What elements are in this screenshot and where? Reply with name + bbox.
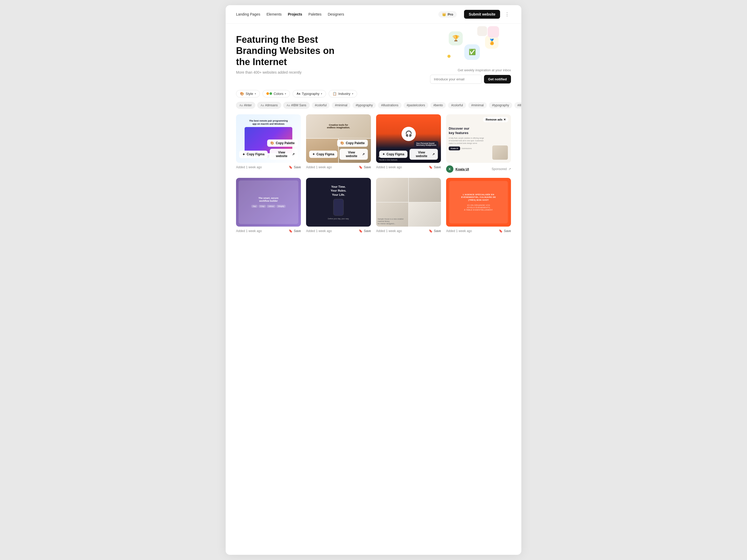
copy-figma-button[interactable]: ✦ Copy Figma (309, 151, 337, 158)
card-8-date: Added 1 week ago (446, 229, 472, 233)
typography-icon: Aa (297, 92, 300, 95)
external-link-icon: ↗ (432, 153, 435, 156)
card-actions: ✦ Copy Figma View website ↗ (379, 149, 438, 160)
style-filter[interactable]: 🎨 Style ▾ (236, 90, 260, 98)
font-tag-inter[interactable]: Aa #inter (236, 102, 255, 109)
hash-tag-minimal[interactable]: #minimal (332, 102, 351, 108)
card-8-footer: Added 1 week ago 🔖 Save (446, 226, 511, 233)
hash-tag-bento[interactable]: #bento (430, 102, 446, 108)
card-8-inner: L'AGENCE SPÉCIALISÉE ENÉVÉNEMENTIEL CULI… (449, 181, 508, 223)
sponsored-label: Sponsored ↗ (492, 167, 511, 171)
colors-filter[interactable]: Colors ▾ (262, 90, 290, 98)
copy-palette-button[interactable]: 🎨 Copy Palette (267, 139, 298, 147)
save-button[interactable]: 🔖 Save (359, 165, 371, 169)
card-5-thumbnail: The smart, secureworkflow builder Zap Cr… (236, 178, 301, 226)
view-website-button[interactable]: View website ↗ (410, 149, 438, 160)
get-notified-button[interactable]: Get notified (484, 75, 511, 83)
figma-icon: ✦ (382, 153, 385, 156)
save-button[interactable]: 🔖 Save (429, 165, 441, 169)
remove-ads-button[interactable]: Remove ads ✕ (483, 117, 508, 123)
more-options-button[interactable]: ⋮ (503, 10, 511, 19)
nav-designers[interactable]: Designers (328, 12, 344, 16)
bookmark-icon: 🔖 (289, 229, 292, 233)
card-6-thumbnail: Your Time.Your Rules.Your Life. Define y… (306, 178, 371, 226)
square-icon (488, 26, 499, 37)
navbar: Landing Pages Elements Projects Palettes… (226, 5, 521, 24)
card-2: Creative tools forendless imagination. 🎨… (306, 114, 371, 173)
card-5-date: Added 1 week ago (236, 229, 262, 233)
save-button[interactable]: 🔖 Save (289, 165, 301, 169)
sponsor-name[interactable]: Koala UI (456, 167, 469, 171)
nav-palettes[interactable]: Palettes (308, 12, 321, 16)
pro-button[interactable]: 👑 Pro (438, 11, 457, 18)
card-5-inner: The smart, secureworkflow builder Zap Cr… (239, 181, 298, 224)
card-7-date: Added 1 week ago (376, 229, 402, 233)
palette-icon: 🎨 (340, 141, 344, 145)
email-input[interactable] (430, 75, 482, 84)
card-6: Your Time.Your Rules.Your Life. Define y… (306, 178, 371, 233)
card-1-date: Added 1 week ago (236, 165, 262, 169)
filters-row: 🎨 Style ▾ Colors ▾ Aa Typography ▾ 📋 Ind… (226, 90, 521, 102)
industry-icon: 📋 (333, 92, 337, 96)
tags-row: Aa #inter Aa #dmsans Aa #IBM Sans #color… (226, 102, 521, 114)
external-link-icon: ↗ (292, 153, 295, 156)
hero-title: Featuring the Best Branding Websites on … (236, 34, 345, 68)
card-6-footer: Added 1 week ago 🔖 Save (306, 226, 371, 233)
figma-icon: ✦ (312, 153, 315, 156)
industry-filter[interactable]: 📋 Industry ▾ (329, 90, 357, 98)
card-8: L'AGENCE SPÉCIALISÉE ENÉVÉNEMENTIEL CULI… (446, 178, 511, 233)
chevron-down-icon: ▾ (352, 92, 353, 95)
verify-icon: ✅ (464, 44, 480, 60)
aa-prefix: Aa (287, 104, 290, 107)
bookmark-icon: 🔖 (429, 229, 433, 233)
hash-tag-typography[interactable]: #typography (353, 102, 376, 108)
view-website-button[interactable]: View website ↗ (270, 149, 298, 160)
hash-tag-pastel[interactable]: #pastelcolors (404, 102, 428, 108)
card-7-footer: Added 1 week ago 🔖 Save (376, 226, 441, 233)
hash-tag-typography-2[interactable]: #typography (489, 102, 512, 108)
card-4-footer: K Koala UI Sponsored ↗ (446, 163, 511, 173)
card-actions: ✦ Copy Figma View website ↗ (309, 149, 368, 160)
card-3-footer: Added 1 week ago 🔖 Save (376, 163, 441, 169)
font-tag-ibm[interactable]: Aa #IBM Sans (283, 102, 310, 109)
copy-palette-button[interactable]: 🎨 Copy Palette (337, 139, 368, 147)
nav-links: Landing Pages Elements Projects Palettes… (236, 12, 431, 17)
card-6-date: Added 1 week ago (306, 229, 332, 233)
close-icon: ✕ (504, 118, 506, 121)
hash-tag-colorful[interactable]: #colorful (312, 102, 330, 108)
cards-grid: The best remote pair programmingapp on m… (226, 114, 521, 243)
beige-square (477, 26, 487, 36)
card-7-thumbnail: Sample House is a new creative material … (376, 178, 441, 226)
card-2-footer: Added 1 week ago 🔖 Save (306, 163, 371, 169)
email-signup: Get weekly inspiration at your inbox Get… (430, 68, 511, 84)
hash-tag-more[interactable]: #illustratio... (514, 102, 521, 108)
nav-elements[interactable]: Elements (266, 12, 281, 16)
save-button[interactable]: 🔖 Save (359, 229, 371, 233)
typography-filter[interactable]: Aa Typography ▾ (292, 90, 326, 98)
crown-icon: 👑 (442, 12, 446, 16)
nav-projects[interactable]: Projects (288, 12, 302, 16)
style-icon: 🎨 (240, 92, 244, 96)
card-2-overlay: 🎨 Copy Palette ✦ Copy Figma View website… (306, 136, 371, 163)
hash-tag-minimal-2[interactable]: #minimal (468, 102, 487, 108)
nav-landing-pages[interactable]: Landing Pages (236, 12, 260, 16)
save-button[interactable]: 🔖 Save (289, 229, 301, 233)
copy-figma-button[interactable]: ✦ Copy Figma (379, 151, 408, 158)
yellow-dot (447, 55, 450, 58)
card-4-thumbnail: Remove ads ✕ Discover ourkey features A … (446, 114, 511, 163)
headphone-icon: 🎧 (402, 127, 416, 141)
save-button[interactable]: 🔖 Save (499, 229, 511, 233)
copy-figma-button[interactable]: ✦ Copy Figma (239, 151, 268, 158)
bookmark-icon: 🔖 (289, 165, 292, 169)
font-tag-dmsans[interactable]: Aa #dmsans (257, 102, 281, 109)
card-8-thumbnail: L'AGENCE SPÉCIALISÉE ENÉVÉNEMENTIEL CULI… (446, 178, 511, 226)
submit-website-button[interactable]: Submit website (464, 10, 500, 19)
save-button[interactable]: 🔖 Save (429, 229, 441, 233)
hash-tag-illustrations[interactable]: #illustrations (378, 102, 402, 108)
view-website-button[interactable]: View website ↗ (339, 149, 368, 160)
chevron-down-icon: ▾ (321, 92, 322, 95)
hash-tag-colorful-2[interactable]: #colorful (448, 102, 466, 108)
external-link-icon: ↗ (362, 153, 365, 156)
card-1-footer: Added 1 week ago 🔖 Save (236, 163, 301, 169)
bookmark-icon: 🔖 (499, 229, 503, 233)
